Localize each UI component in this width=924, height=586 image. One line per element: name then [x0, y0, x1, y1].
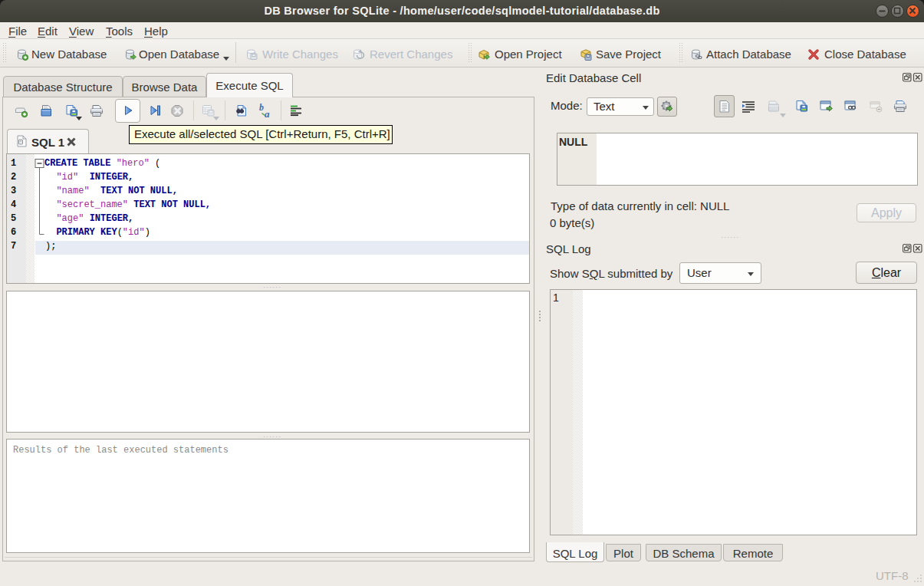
svg-text:a: a [265, 108, 270, 119]
svg-text:b: b [259, 103, 264, 113]
